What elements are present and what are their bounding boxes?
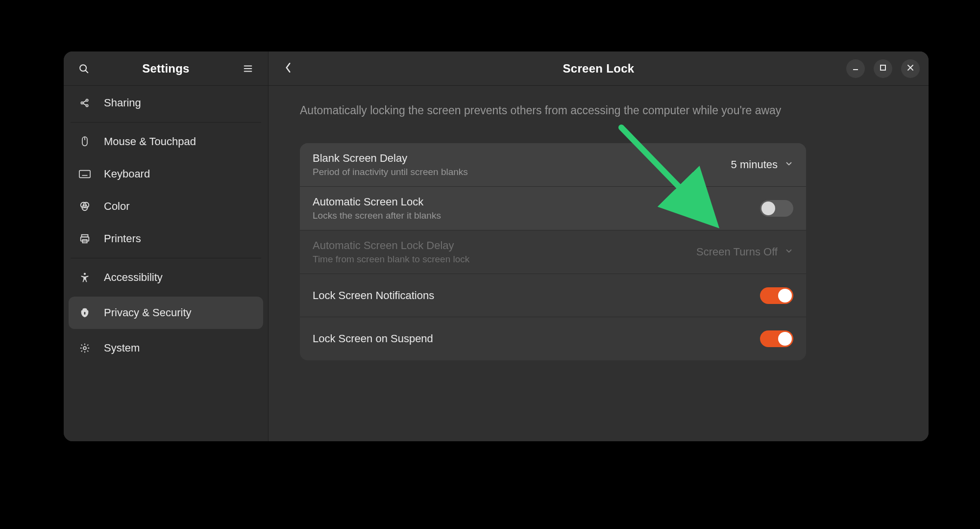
window-maximize-button[interactable] (874, 59, 892, 78)
gear-icon (78, 342, 91, 354)
headerbar: Screen Lock (269, 51, 929, 86)
row-text: Blank Screen Delay Period of inactivity … (313, 152, 731, 177)
row-text: Lock Screen Notifications (313, 289, 760, 302)
minimize-icon (852, 64, 859, 73)
row-automatic-screen-lock-delay: Automatic Screen Lock Delay Time from sc… (300, 230, 806, 274)
row-title: Lock Screen Notifications (313, 289, 760, 302)
sidebar-divider (71, 258, 261, 258)
window-minimize-button[interactable] (846, 59, 865, 78)
sidebar-item-label: Sharing (104, 97, 141, 109)
close-icon (907, 64, 914, 73)
row-blank-screen-delay[interactable]: Blank Screen Delay Period of inactivity … (300, 143, 806, 187)
sidebar-item-accessibility[interactable]: Accessibility (64, 261, 268, 294)
row-automatic-screen-lock[interactable]: Automatic Screen Lock Locks the screen a… (300, 187, 806, 230)
svg-rect-23 (81, 237, 89, 241)
sidebar-item-label: Mouse & Touchpad (104, 135, 196, 148)
search-icon (78, 63, 89, 74)
sidebar-header: Settings (64, 51, 268, 86)
row-text: Lock Screen on Suspend (313, 332, 760, 345)
sidebar-item-label: Printers (104, 232, 141, 245)
row-subtitle: Period of inactivity until screen blanks (313, 167, 731, 177)
sidebar-item-privacy[interactable]: Privacy & Security (69, 297, 263, 329)
row-value: Screen Turns Off (696, 246, 778, 258)
row-title: Lock Screen on Suspend (313, 332, 760, 345)
search-button[interactable] (74, 59, 93, 78)
menu-button[interactable] (239, 59, 257, 78)
window-close-button[interactable] (901, 59, 920, 78)
settings-window: Settings Sharing Mouse & Touchpad (64, 51, 929, 441)
row-lock-screen-notifications[interactable]: Lock Screen Notifications (300, 274, 806, 317)
printer-icon (78, 232, 91, 245)
svg-line-1 (85, 70, 88, 73)
window-controls (846, 59, 920, 78)
sidebar-item-label: Keyboard (104, 168, 150, 180)
page-description: Automatically locking the screen prevent… (300, 102, 800, 119)
sidebar-item-printers[interactable]: Printers (64, 223, 268, 255)
sidebar-title: Settings (142, 62, 189, 76)
row-title: Blank Screen Delay (313, 152, 731, 165)
sidebar-item-label: Color (104, 200, 130, 213)
sidebar-item-sharing[interactable]: Sharing (64, 87, 268, 119)
row-title: Automatic Screen Lock Delay (313, 239, 696, 252)
sidebar-item-label: System (104, 342, 140, 354)
maximize-icon (880, 64, 886, 73)
svg-point-25 (84, 273, 86, 275)
svg-rect-26 (84, 312, 86, 315)
svg-line-9 (83, 103, 86, 105)
row-text: Automatic Screen Lock Delay Time from sc… (313, 239, 696, 265)
row-title: Automatic Screen Lock (313, 196, 760, 208)
sidebar-item-label: Accessibility (104, 271, 163, 284)
chevron-down-icon (784, 247, 793, 257)
hamburger-icon (243, 63, 253, 74)
chevron-left-icon (284, 61, 293, 76)
lock-screen-notifications-toggle[interactable] (760, 287, 793, 304)
row-subtitle: Locks the screen after it blanks (313, 210, 760, 221)
chevron-down-icon (784, 159, 793, 170)
mouse-icon (78, 135, 91, 148)
share-icon (78, 97, 91, 109)
svg-rect-29 (881, 65, 885, 70)
page-body: Automatically locking the screen prevent… (269, 86, 929, 441)
privacy-icon (78, 306, 91, 319)
automatic-screen-lock-toggle[interactable] (760, 200, 793, 217)
back-button[interactable] (277, 58, 299, 79)
svg-rect-12 (79, 171, 90, 178)
svg-line-8 (83, 101, 86, 102)
row-lock-screen-on-suspend[interactable]: Lock Screen on Suspend (300, 317, 806, 360)
sidebar-item-mouse[interactable]: Mouse & Touchpad (64, 126, 268, 158)
accessibility-icon (78, 271, 91, 284)
row-subtitle: Time from screen blank to screen lock (313, 254, 696, 265)
page-title: Screen Lock (563, 62, 634, 76)
content-pane: Screen Lock (269, 51, 929, 441)
keyboard-icon (78, 168, 91, 180)
sidebar-item-keyboard[interactable]: Keyboard (64, 158, 268, 190)
sidebar: Settings Sharing Mouse & Touchpad (64, 51, 269, 441)
sidebar-item-system[interactable]: System (64, 332, 268, 364)
sidebar-item-color[interactable]: Color (64, 190, 268, 223)
color-icon (78, 200, 91, 213)
sidebar-divider (71, 122, 261, 123)
sidebar-list: Sharing Mouse & Touchpad Keyboard Co (64, 86, 268, 441)
sidebar-item-label: Privacy & Security (104, 306, 192, 319)
row-text: Automatic Screen Lock Locks the screen a… (313, 196, 760, 221)
settings-group: Blank Screen Delay Period of inactivity … (300, 143, 806, 360)
lock-screen-on-suspend-toggle[interactable] (760, 330, 793, 347)
svg-point-27 (83, 347, 86, 350)
row-value: 5 minutes (731, 158, 778, 171)
